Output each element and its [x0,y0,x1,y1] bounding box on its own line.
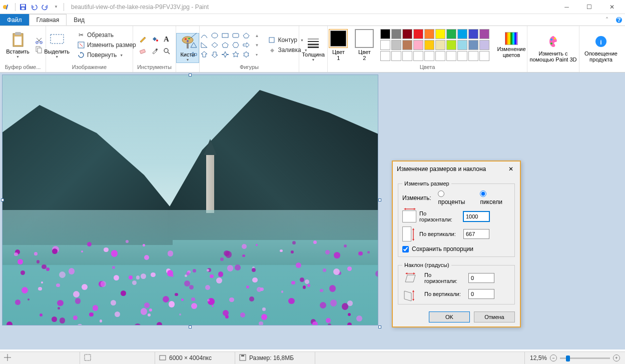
shape-triangle-icon[interactable] [189,40,199,50]
palette-empty[interactable] [424,51,434,61]
crop-button[interactable]: ✂Обрезать [75,30,138,40]
palette-color[interactable] [424,29,434,39]
canvas[interactable] [3,75,378,325]
tab-file[interactable]: Файл [0,14,29,26]
dialog-close-button[interactable]: ✕ [506,164,516,174]
shape-line-icon[interactable] [189,31,199,40]
percent-radio[interactable]: проценты [438,190,473,206]
skew-horizontal-input[interactable] [468,273,494,283]
shape-pentagon-icon[interactable] [220,40,230,50]
palette-color[interactable] [468,29,478,39]
close-button[interactable]: ✕ [600,0,623,14]
fill-tool-icon[interactable] [149,34,160,44]
ok-button[interactable]: OK [429,312,470,322]
resize-handle[interactable] [1,198,4,202]
shape-diamond-icon[interactable] [210,40,220,50]
resize-handle[interactable] [378,198,381,202]
palette-color[interactable] [457,40,467,50]
palette-color[interactable] [402,40,412,50]
qat-dropdown-icon[interactable]: ▼ [51,2,62,12]
palette-empty[interactable] [391,51,401,61]
palette-color[interactable] [391,29,401,39]
save-icon[interactable] [18,2,29,12]
palette-color[interactable] [402,29,412,39]
magnifier-tool-icon[interactable] [161,46,172,56]
palette-empty[interactable] [457,51,467,61]
palette-empty[interactable] [402,51,412,61]
tab-home[interactable]: Главная [29,14,67,26]
shape-polygon-icon[interactable] [241,31,251,40]
paste-button[interactable]: Вставить ▼ [3,30,33,60]
skew-vertical-input[interactable] [468,289,494,299]
minimize-button[interactable]: ─ [555,0,578,14]
maximize-button[interactable]: ☐ [578,0,600,14]
zoom-out-button[interactable]: − [550,354,557,362]
zoom-slider[interactable] [560,358,610,359]
horizontal-input[interactable] [463,212,489,222]
palette-color[interactable] [479,40,489,50]
pencil-tool-icon[interactable] [137,34,148,44]
palette-empty[interactable] [435,51,445,61]
shape-arrowu-icon[interactable] [199,50,209,59]
select-button[interactable]: Выделить ▼ [41,30,73,60]
resize-handle[interactable] [189,326,192,328]
shape-star5-icon[interactable] [231,50,241,59]
undo-icon[interactable] [29,2,40,12]
help-icon[interactable]: ? [613,14,625,26]
shape-curve-icon[interactable] [199,31,209,40]
aspect-ratio-checkbox[interactable]: Сохранить пропорции [402,246,510,252]
palette-color[interactable] [380,40,390,50]
rotate-button[interactable]: Повернуть▼ [75,50,138,60]
product-alert-button[interactable]: i Оповещение продукта [581,32,621,64]
size-button[interactable]: Толщина ▼ [298,33,328,62]
shape-hexagon-icon[interactable] [231,40,241,50]
shape-arrowl-icon[interactable] [189,50,199,59]
palette-color[interactable] [468,40,478,50]
paint3d-button[interactable]: Изменить с помощью Paint 3D [526,32,580,64]
eraser-tool-icon[interactable] [137,46,148,56]
palette-empty[interactable] [380,51,390,61]
color1-button[interactable]: Цвет 1 [325,28,351,62]
ribbon-collapse-icon[interactable]: ˄ [601,14,613,26]
shape-scroll-down-icon[interactable]: ▼ [252,40,262,50]
zoom-in-button[interactable]: + [613,354,620,362]
palette-empty[interactable] [413,51,423,61]
palette-color[interactable] [446,40,456,50]
palette-color[interactable] [435,40,445,50]
resize-button[interactable]: Изменить размер [75,40,138,50]
palette-empty[interactable] [446,51,456,61]
text-tool-icon[interactable]: A [161,34,172,44]
cancel-button[interactable]: Отмена [474,312,515,322]
shape-roundrect-icon[interactable] [231,31,241,40]
shape-more-icon[interactable]: ▾ [252,50,262,59]
palette-empty[interactable] [468,51,478,61]
shape-rtriangle-icon[interactable] [199,40,209,50]
shape-scroll-up-icon[interactable]: ▲ [252,31,262,40]
shape-star6-icon[interactable] [241,50,251,59]
palette-color[interactable] [479,29,489,39]
resize-handle[interactable] [189,74,192,76]
palette-color[interactable] [413,29,423,39]
redo-icon[interactable] [40,2,51,12]
palette-color[interactable] [413,40,423,50]
shape-arrowr-icon[interactable] [241,40,251,50]
shape-arrowd-icon[interactable] [210,50,220,59]
shape-rect-icon[interactable] [220,31,230,40]
shape-oval-icon[interactable] [210,31,220,40]
pixels-radio[interactable]: пиксели [480,190,510,206]
shape-star4-icon[interactable] [220,50,230,59]
palette-color[interactable] [380,29,390,39]
palette-color[interactable] [391,40,401,50]
tab-view[interactable]: Вид [67,14,92,26]
vertical-input[interactable] [463,229,489,239]
palette-color[interactable] [457,29,467,39]
edit-colors-button[interactable]: Изменение цветов [493,30,529,60]
resize-handle[interactable] [378,326,381,328]
shapes-gallery[interactable]: ▲ ▼ ▾ [189,31,262,59]
color2-button[interactable]: Цвет 2 [351,28,377,62]
workspace[interactable]: Изменение размеров и наклона ✕ Изменить … [0,72,625,350]
palette-color[interactable] [446,29,456,39]
palette-color[interactable] [424,40,434,50]
palette-color[interactable] [435,29,445,39]
palette-empty[interactable] [479,51,489,61]
